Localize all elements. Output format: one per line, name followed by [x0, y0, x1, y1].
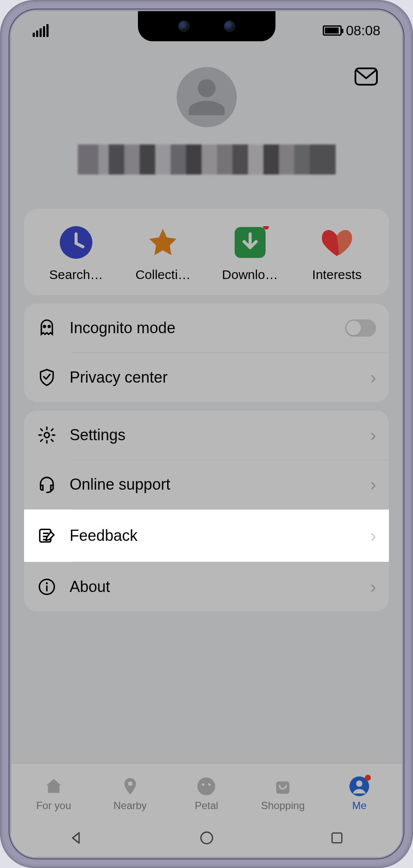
svg-point-9 [198, 777, 216, 795]
svg-point-4 [48, 325, 50, 327]
row-label: Settings [70, 426, 358, 444]
svg-point-14 [356, 780, 363, 787]
chevron-right-icon: › [370, 368, 376, 387]
pin-icon [119, 776, 141, 797]
nav-label: Shopping [261, 800, 305, 812]
recents-button[interactable] [327, 828, 346, 847]
privacy-center-row[interactable]: Privacy center › [24, 353, 389, 402]
bottom-nav: For you Nearby Petal Shopping [11, 763, 402, 819]
back-button[interactable] [67, 828, 86, 847]
chevron-right-icon: › [370, 475, 376, 494]
clock-icon [60, 226, 92, 259]
nav-petal[interactable]: Petal [168, 776, 245, 812]
row-label: Online support [70, 475, 358, 494]
row-label: Privacy center [70, 368, 358, 386]
about-row[interactable]: About › [24, 562, 389, 611]
svg-rect-12 [276, 781, 290, 794]
profile-name-redacted [78, 144, 336, 175]
person-icon [349, 776, 370, 797]
chevron-right-icon: › [370, 526, 376, 546]
search-history-tile[interactable]: Search… [33, 226, 119, 291]
headset-icon [37, 475, 57, 494]
home-icon [43, 776, 64, 797]
star-icon [147, 226, 179, 259]
settings-group-2: Settings › Online support › Feedback › [24, 411, 389, 611]
gear-icon [37, 425, 57, 445]
svg-point-11 [208, 783, 211, 785]
nav-label: Me [352, 800, 366, 812]
online-support-row[interactable]: Online support › [24, 460, 389, 509]
interests-tile[interactable]: Interests [294, 226, 380, 291]
svg-rect-16 [332, 833, 342, 843]
shield-check-icon [37, 368, 57, 387]
download-icon [234, 226, 266, 259]
tile-label: Downlo… [214, 267, 287, 291]
ghost-icon [37, 318, 57, 338]
quick-actions-card: Search… Collecti… Downlo… Interests [24, 209, 389, 295]
messages-button[interactable] [354, 67, 378, 88]
phone-frame: 08:08 Search… [0, 0, 413, 868]
svg-point-5 [44, 432, 49, 438]
svg-point-10 [202, 783, 205, 785]
nav-label: For you [36, 800, 71, 812]
battery-icon [323, 25, 342, 36]
feedback-row[interactable]: Feedback › [24, 509, 389, 562]
signal-icon [33, 24, 49, 37]
chevron-right-icon: › [370, 426, 376, 445]
nav-shopping[interactable]: Shopping [245, 776, 321, 812]
status-time: 08:08 [346, 23, 380, 39]
info-icon [37, 577, 57, 597]
tile-label: Interests [300, 267, 373, 291]
settings-group-1: Incognito mode Privacy center › [24, 304, 389, 402]
row-label: Incognito mode [70, 319, 332, 337]
chevron-right-icon: › [370, 577, 376, 597]
svg-point-15 [201, 832, 212, 844]
heart-icon [321, 226, 353, 259]
settings-row[interactable]: Settings › [24, 411, 389, 460]
camera-dot [224, 21, 235, 32]
notification-dot [365, 775, 371, 781]
avatar[interactable] [177, 67, 237, 127]
bag-icon [272, 776, 294, 797]
svg-point-3 [43, 325, 45, 327]
system-nav-bar [11, 819, 402, 857]
downloads-tile[interactable]: Downlo… [207, 226, 294, 291]
tile-label: Collecti… [126, 267, 199, 291]
nav-label: Petal [195, 800, 218, 812]
camera-dot [178, 21, 190, 32]
row-label: Feedback [70, 527, 358, 545]
nav-label: Nearby [113, 800, 147, 812]
incognito-row[interactable]: Incognito mode [24, 304, 389, 353]
svg-rect-0 [355, 68, 377, 85]
face-icon [196, 776, 217, 797]
row-label: About [70, 578, 358, 596]
svg-point-8 [46, 582, 48, 584]
screen: 08:08 Search… [11, 11, 402, 857]
incognito-toggle[interactable] [345, 319, 376, 337]
nav-for-you[interactable]: For you [15, 776, 92, 812]
collections-tile[interactable]: Collecti… [119, 226, 206, 291]
nav-nearby[interactable]: Nearby [92, 776, 168, 812]
profile-header [11, 50, 402, 209]
tile-label: Search… [40, 267, 113, 291]
notch [138, 11, 275, 41]
nav-me[interactable]: Me [321, 776, 398, 812]
feedback-icon [37, 526, 57, 546]
home-button[interactable] [197, 828, 216, 847]
